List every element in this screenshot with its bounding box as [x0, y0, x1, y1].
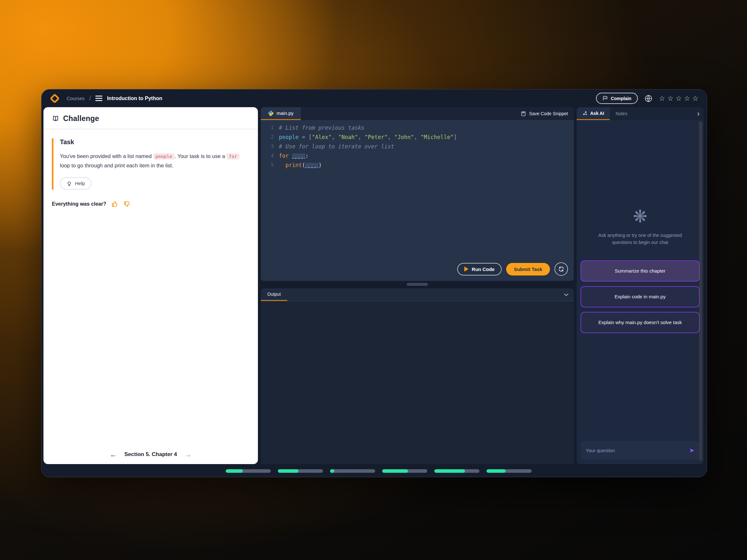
code-lines[interactable]: 1# List from previous tasks2people = ["A…	[261, 120, 574, 281]
tab-main-py[interactable]: main.py	[261, 107, 301, 120]
book-icon	[52, 115, 59, 122]
chapter-progress-strip	[226, 469, 532, 473]
help-button[interactable]: Help	[60, 177, 92, 190]
ai-empty-state: ❋ Ask anything or try one of the suggest…	[577, 208, 703, 246]
code-line[interactable]: 3# Use for loop to iterate over list	[261, 142, 574, 151]
ai-hint-text: Ask anything or try one of the suggested…	[577, 232, 703, 246]
progress-segment	[434, 469, 480, 473]
run-code-button[interactable]: Run Code	[457, 263, 501, 275]
task-heading: Task	[60, 138, 250, 146]
star-icon[interactable]: ☆	[692, 95, 698, 102]
breadcrumb[interactable]: Courses	[67, 96, 85, 101]
output-content	[261, 301, 574, 464]
tab-ask-ai[interactable]: Ask AI	[577, 107, 610, 120]
chevron-down-icon	[563, 292, 569, 298]
reset-code-button[interactable]	[555, 262, 568, 276]
progress-segment	[487, 469, 532, 473]
progress-segment	[330, 469, 375, 473]
breadcrumb-separator: /	[89, 95, 91, 102]
tab-notes[interactable]: Notes	[610, 111, 633, 116]
ai-scrollbar[interactable]	[699, 121, 702, 461]
code-line[interactable]: 4for ____:	[261, 151, 574, 161]
course-title: Introduction to Python	[107, 96, 162, 101]
progress-segment	[226, 469, 271, 473]
code-line[interactable]: 2people = ["Alex", "Noah", "Peter", "Joh…	[261, 133, 574, 142]
question-input[interactable]	[586, 448, 689, 453]
panel-divider	[261, 281, 574, 288]
language-globe-icon[interactable]	[644, 94, 653, 103]
collapse-output-button[interactable]	[563, 292, 569, 298]
suggestion-explain-why-button[interactable]: Explain why main.py doesn't solve task	[581, 312, 700, 333]
chevron-right-icon[interactable]: ›	[697, 110, 700, 117]
editor-actions: Run Code Submit Task	[457, 262, 568, 276]
send-icon[interactable]: ➤	[689, 446, 695, 454]
python-icon	[268, 110, 274, 116]
ai-tab-bar: Ask AI Notes ›	[577, 107, 703, 120]
task-block: Task You've been provided with a list na…	[52, 138, 250, 190]
ai-sparkle-icon	[583, 111, 588, 116]
section-navigation: ← Section 5. Chapter 4 →	[44, 451, 258, 458]
code-editor: main.py Save Code Snippet 1# List from p…	[261, 107, 574, 281]
tab-output[interactable]: Output	[261, 288, 287, 301]
brand-logo-icon[interactable]	[50, 94, 59, 103]
app-window: Courses / Introduction to Python Complai…	[41, 89, 707, 477]
task-description: You've been provided with a list named p…	[60, 152, 240, 170]
complain-button[interactable]: Complain	[596, 93, 638, 104]
inline-code-for: for	[226, 153, 239, 160]
ai-panel: Ask AI Notes › ❋ Ask anything or try one…	[577, 107, 703, 464]
feedback-row: Everything was clear?	[52, 201, 250, 208]
question-input-wrap: ➤	[581, 441, 700, 460]
progress-segment	[278, 469, 323, 473]
top-bar: Courses / Introduction to Python Complai…	[42, 89, 707, 107]
suggestion-summarize-button[interactable]: Summarize this chapter	[581, 260, 700, 282]
feedback-question: Everything was clear?	[52, 201, 106, 207]
progress-segment	[382, 469, 427, 473]
task-panel-header: Challenge	[44, 107, 258, 129]
prev-chapter-arrow-icon[interactable]: ←	[109, 451, 117, 458]
inline-code-people: people	[153, 153, 175, 160]
play-icon	[464, 266, 468, 272]
output-panel: Output	[261, 288, 574, 464]
suggested-questions: Summarize this chapter Explain code in m…	[581, 260, 700, 333]
resize-handle[interactable]	[407, 283, 428, 286]
code-line[interactable]: 1# List from previous tasks	[261, 123, 574, 133]
star-icon[interactable]: ☆	[659, 95, 665, 102]
thumbs-down-icon[interactable]	[124, 201, 131, 208]
star-icon[interactable]: ☆	[667, 95, 674, 102]
course-menu-icon[interactable]	[95, 96, 102, 101]
star-icon[interactable]: ☆	[676, 95, 682, 102]
task-panel: Challenge Task You've been provided with…	[44, 107, 258, 464]
section-label: Section 5. Chapter 4	[124, 451, 177, 458]
editor-column: main.py Save Code Snippet 1# List from p…	[261, 107, 574, 464]
panel-title: Challenge	[63, 114, 99, 123]
thumbs-up-icon[interactable]	[111, 201, 119, 208]
star-icon[interactable]: ☆	[684, 95, 690, 102]
suggestion-explain-code-button[interactable]: Explain code in main.py	[581, 286, 700, 308]
lightbulb-icon	[66, 181, 72, 186]
next-chapter-arrow-icon[interactable]: →	[184, 451, 192, 458]
save-icon	[521, 111, 526, 116]
openai-logo-icon: ❋	[633, 208, 647, 225]
output-tab-bar: Output	[261, 288, 574, 301]
rating-stars: ☆ ☆ ☆ ☆ ☆	[659, 95, 698, 102]
submit-task-button[interactable]: Submit Task	[506, 263, 550, 275]
code-line[interactable]: 5 print(____)	[261, 161, 574, 170]
editor-tab-bar: main.py Save Code Snippet	[261, 107, 574, 120]
complain-flag-icon	[602, 96, 608, 101]
refresh-icon	[558, 266, 564, 272]
save-code-snippet-button[interactable]: Save Code Snippet	[521, 111, 568, 116]
